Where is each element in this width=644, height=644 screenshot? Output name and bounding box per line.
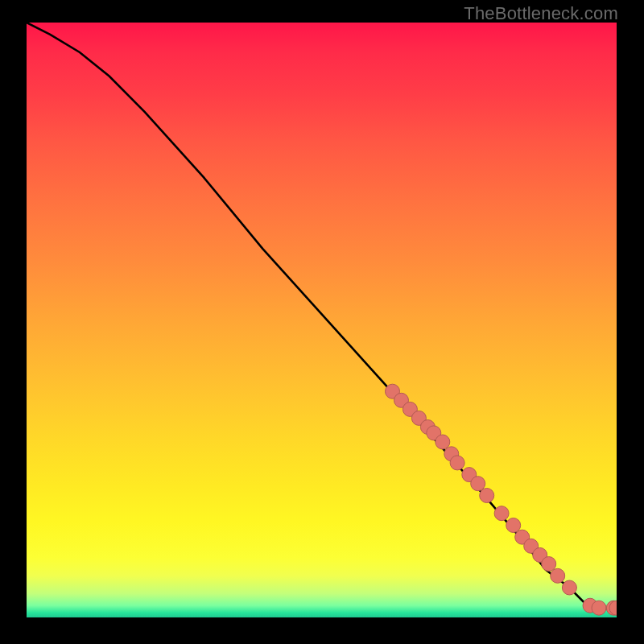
data-marker (471, 477, 485, 491)
plot-area (27, 23, 617, 617)
curve-path (27, 23, 617, 609)
data-marker (592, 601, 606, 615)
data-marker (551, 568, 565, 583)
data-marker (494, 506, 509, 521)
marker-group (386, 384, 617, 615)
data-marker (506, 518, 521, 533)
chart-svg (27, 23, 617, 617)
data-marker (436, 435, 450, 449)
chart-frame: TheBottleneck.com (0, 0, 644, 644)
data-marker (542, 557, 556, 572)
data-marker (562, 580, 576, 595)
data-marker (480, 489, 494, 503)
data-marker (450, 456, 464, 470)
watermark-text: TheBottleneck.com (464, 3, 618, 24)
